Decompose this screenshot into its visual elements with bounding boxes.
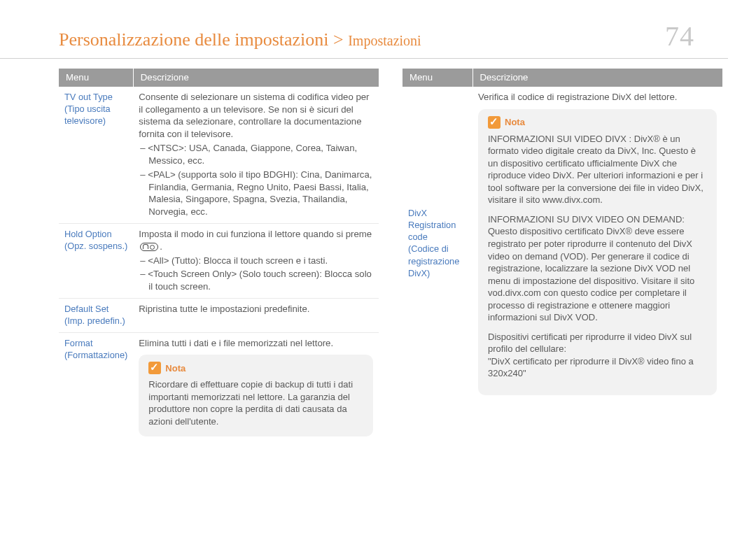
desc-intro: Imposta il modo in cui funziona il letto… xyxy=(139,229,372,239)
col-header-desc: Descrizione xyxy=(133,69,379,87)
content-columns: Menu Descrizione TV out Type (Tipo uscit… xyxy=(0,69,756,441)
lock-power-icon xyxy=(140,243,158,251)
note-label: Nota xyxy=(165,362,186,375)
right-column: Menu Descrizione DivX Registration code … xyxy=(402,69,722,441)
settings-table-left: Menu Descrizione TV out Type (Tipo uscit… xyxy=(59,69,379,441)
desc-intro: Verifica il codice di registrazione DivX… xyxy=(478,91,717,104)
check-icon xyxy=(148,362,161,374)
desc-intro: Consente di selezionare un sistema di co… xyxy=(139,91,373,141)
table-row: Format (Formattazione) Elimina tutti i d… xyxy=(59,332,379,441)
note-badge: Nota xyxy=(148,362,186,374)
desc-item: – <NTSC>: USA, Canada, Giappone, Corea, … xyxy=(139,142,373,167)
breadcrumb: Personalizzazione delle impostazioni > I… xyxy=(59,29,421,50)
desc-intro: Elimina tutti i dati e i file memorizzat… xyxy=(139,337,373,350)
left-column: Menu Descrizione TV out Type (Tipo uscit… xyxy=(59,69,379,441)
breadcrumb-sub: Impostazioni xyxy=(348,33,421,48)
desc-item: – <All> (Tutto): Blocca il touch screen … xyxy=(139,255,373,267)
table-row: TV out Type (Tipo uscita televisore) Con… xyxy=(59,87,379,224)
menu-label-default: Default Set (Imp. predefin.) xyxy=(59,299,133,333)
breadcrumb-main: Personalizzazione delle impostazioni > xyxy=(59,29,344,50)
desc-tv-out: Consente di selezionare un sistema di co… xyxy=(133,87,379,224)
note-box: Nota Ricordare di effettuare copie di ba… xyxy=(139,355,373,436)
table-row: Hold Option (Opz. sospens.) Imposta il m… xyxy=(59,223,379,298)
page-header: Personalizzazione delle impostazioni > I… xyxy=(0,0,728,59)
desc-format: Elimina tutti i dati e i file memorizzat… xyxy=(133,332,379,441)
menu-label-divx: DivX Registration code (Codice di regist… xyxy=(402,87,472,400)
table-row: DivX Registration code (Codice di regist… xyxy=(402,87,722,400)
note-para: INFORMAZIONI SU DIVX VIDEO ON DEMAND: Qu… xyxy=(488,213,707,324)
col-header-menu: Menu xyxy=(59,69,133,87)
col-header-desc: Descrizione xyxy=(472,69,722,87)
note-badge: Nota xyxy=(488,116,525,129)
table-header-row: Menu Descrizione xyxy=(402,69,722,87)
menu-label-hold: Hold Option (Opz. sospens.) xyxy=(59,223,133,298)
menu-label-tv-out: TV out Type (Tipo uscita televisore) xyxy=(59,87,133,224)
note-text: INFORMAZIONI SUI VIDEO DIVX : DivX® è un… xyxy=(488,133,707,380)
page-number: 74 xyxy=(665,20,694,52)
desc-item: – <Touch Screen Only> (Solo touch screen… xyxy=(139,268,373,293)
desc-hold: Imposta il modo in cui funziona il letto… xyxy=(133,223,379,298)
desc-default: Ripristina tutte le impostazioni predefi… xyxy=(133,299,379,333)
table-row: Default Set (Imp. predefin.) Ripristina … xyxy=(59,299,379,333)
note-label: Nota xyxy=(505,116,525,129)
col-header-menu: Menu xyxy=(402,69,472,87)
menu-label-format: Format (Formattazione) xyxy=(59,332,133,441)
desc-item: – <PAL> (supporta solo il tipo BDGHI): C… xyxy=(139,169,373,218)
check-icon xyxy=(488,116,500,129)
desc-divx: Verifica il codice di registrazione DivX… xyxy=(472,87,722,400)
note-box: Nota INFORMAZIONI SUI VIDEO DIVX : DivX®… xyxy=(478,109,717,395)
note-para: INFORMAZIONI SUI VIDEO DIVX : DivX® è un… xyxy=(488,133,707,206)
note-text: Ricordare di effettuare copie di backup … xyxy=(148,378,363,427)
table-header-row: Menu Descrizione xyxy=(59,69,379,87)
desc-intro-wrap: Imposta il modo in cui funziona il letto… xyxy=(139,228,373,253)
settings-table-right: Menu Descrizione DivX Registration code … xyxy=(402,69,722,400)
note-para: Dispositivi certificati per riprodurre i… xyxy=(488,331,707,380)
